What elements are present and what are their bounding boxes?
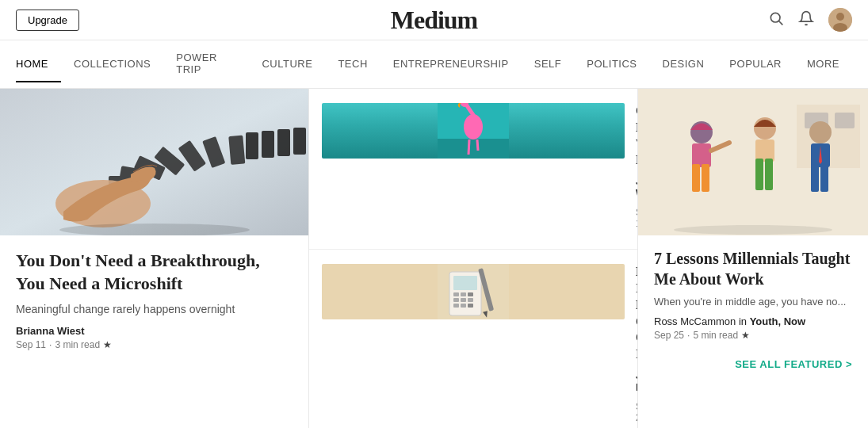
svg-rect-58 — [755, 139, 774, 162]
center-column: Can You Enjoy Work Too Much? Jessica Wil… — [309, 89, 638, 428]
left-featured-image[interactable] — [0, 89, 308, 235]
svg-rect-55 — [702, 164, 709, 192]
svg-rect-16 — [293, 128, 306, 155]
svg-rect-6 — [228, 136, 245, 165]
svg-line-23 — [468, 139, 469, 155]
header-left: Upgrade — [16, 10, 79, 31]
svg-rect-15 — [277, 129, 290, 156]
svg-rect-14 — [262, 131, 274, 158]
svg-rect-33 — [468, 298, 473, 302]
svg-rect-59 — [755, 159, 763, 190]
nav-item-more[interactable]: MORE — [794, 47, 852, 82]
bookmark-icon-right[interactable]: ★ — [741, 330, 750, 341]
svg-point-21 — [464, 114, 483, 139]
svg-point-3 — [836, 13, 844, 21]
bookmark-icon[interactable]: ★ — [103, 339, 112, 350]
left-article-info: You Don't Need a Breakthrough, You Need … — [0, 235, 308, 358]
center-article-2: Blockchain Is About to Destroy a Centuri… — [309, 250, 637, 428]
svg-point-65 — [674, 225, 832, 235]
nav-item-popular[interactable]: POPULAR — [717, 47, 794, 82]
svg-rect-5 — [0, 89, 308, 235]
nav-item-self[interactable]: SELF — [522, 47, 575, 82]
svg-rect-31 — [453, 298, 459, 302]
svg-rect-29 — [461, 292, 466, 296]
nav-item-design[interactable]: DESIGN — [650, 47, 717, 82]
nav-item-home[interactable]: HOME — [16, 47, 61, 82]
svg-rect-20 — [438, 139, 509, 159]
upgrade-button[interactable]: Upgrade — [16, 10, 79, 31]
right-article-author[interactable]: Ross McCammon in Youth, Now — [654, 315, 852, 327]
right-article-title[interactable]: 7 Lessons Millennials Taught Me About Wo… — [654, 248, 852, 289]
right-article-meta: Sep 25 · 5 min read ★ — [654, 330, 852, 341]
svg-rect-30 — [468, 292, 473, 296]
nav-item-tech[interactable]: TECH — [325, 47, 380, 82]
article-thumb-flamingo[interactable] — [322, 103, 625, 159]
search-icon[interactable] — [768, 10, 784, 30]
nav-item-entrepreneurship[interactable]: ENTREPRENEURSHIP — [380, 47, 522, 82]
article-thumb-blockchain[interactable] — [322, 264, 625, 319]
nav-item-politics[interactable]: POLITICS — [574, 47, 649, 82]
nav-item-collections[interactable]: COLLECTIONS — [61, 47, 163, 82]
svg-line-1 — [779, 21, 783, 25]
svg-rect-32 — [461, 298, 466, 302]
nav-item-culture[interactable]: CULTURE — [249, 47, 325, 82]
svg-rect-63 — [811, 164, 819, 192]
svg-rect-64 — [820, 164, 828, 192]
left-article-title[interactable]: You Don't Need a Breakthrough, You Need … — [16, 250, 293, 295]
svg-rect-36 — [468, 304, 473, 308]
right-article-info: 7 Lessons Millennials Taught Me About Wo… — [638, 235, 868, 349]
svg-line-24 — [477, 139, 478, 151]
svg-rect-27 — [453, 276, 477, 290]
see-all-featured: SEE ALL FEATURED > — [638, 349, 868, 380]
avatar[interactable] — [828, 8, 852, 32]
svg-rect-54 — [692, 164, 700, 192]
svg-rect-53 — [692, 143, 711, 167]
svg-rect-60 — [765, 159, 773, 190]
left-article-meta: Sep 11 · 3 min read ★ — [16, 339, 293, 350]
notification-icon[interactable] — [798, 10, 814, 30]
svg-rect-35 — [461, 304, 466, 308]
left-column: You Don't Need a Breakthrough, You Need … — [0, 89, 309, 428]
left-article-subtitle: Meaningful change rarely happens overnig… — [16, 303, 293, 315]
right-column: 7 Lessons Millennials Taught Me About Wo… — [638, 89, 868, 428]
svg-rect-34 — [453, 304, 459, 308]
left-article-author[interactable]: Brianna Wiest — [16, 325, 293, 337]
main-content: You Don't Need a Breakthrough, You Need … — [0, 89, 868, 428]
right-featured-image[interactable] — [638, 89, 868, 235]
center-article-1: Can You Enjoy Work Too Much? Jessica Wil… — [309, 89, 637, 250]
right-article-subtitle: When you're in middle age, you have no..… — [654, 296, 852, 308]
header: Upgrade Medium — [0, 0, 868, 40]
main-nav: HOME COLLECTIONS POWER TRIP CULTURE TECH… — [0, 40, 868, 89]
svg-rect-28 — [453, 292, 459, 296]
svg-point-61 — [809, 121, 832, 143]
header-right — [768, 8, 852, 32]
svg-rect-13 — [246, 132, 258, 159]
nav-item-power-trip[interactable]: POWER TRIP — [163, 40, 249, 88]
see-all-featured-link[interactable]: SEE ALL FEATURED > — [735, 358, 852, 370]
svg-rect-51 — [835, 113, 855, 128]
svg-point-0 — [770, 13, 780, 22]
site-logo: Medium — [391, 6, 478, 35]
